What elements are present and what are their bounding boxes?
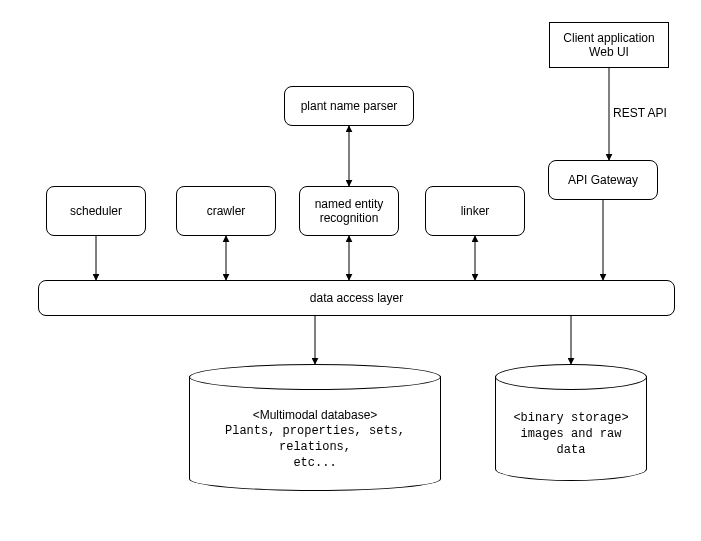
crawler-box: crawler [176, 186, 276, 236]
linker-box: linker [425, 186, 525, 236]
gateway-label: API Gateway [568, 173, 638, 187]
binary-storage-cylinder: <binary storage> images and raw data [495, 376, 647, 481]
binary-line1: images and raw [521, 426, 622, 442]
data-access-layer-box: data access layer [38, 280, 675, 316]
crawler-label: crawler [207, 204, 246, 218]
api-gateway-box: API Gateway [548, 160, 658, 200]
multimodal-line2: relations, [279, 439, 351, 455]
multimodal-header: <Multimodal database> [253, 407, 378, 423]
plant-name-parser-box: plant name parser [284, 86, 414, 126]
scheduler-box: scheduler [46, 186, 146, 236]
multimodal-db-cylinder: <Multimodal database> Plants, properties… [189, 376, 441, 491]
scheduler-label: scheduler [70, 204, 122, 218]
binary-header: <binary storage> [513, 410, 628, 426]
multimodal-line1: Plants, properties, sets, [225, 423, 405, 439]
linker-label: linker [461, 204, 490, 218]
multimodal-line3: etc... [293, 455, 336, 471]
ner-box: named entity recognition [299, 186, 399, 236]
rest-api-label: REST API [613, 106, 667, 120]
dal-label: data access layer [310, 291, 403, 305]
ner-label: named entity recognition [315, 197, 384, 225]
parser-label: plant name parser [301, 99, 398, 113]
client-line1: Client application [563, 31, 654, 45]
client-application-box: Client application Web UI [549, 22, 669, 68]
client-line2: Web UI [563, 45, 654, 59]
binary-line2: data [557, 442, 586, 458]
